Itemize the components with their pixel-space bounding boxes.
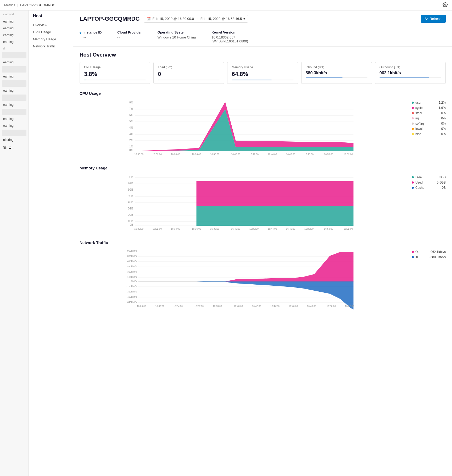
outbound-value: 962.1kbit/s <box>380 71 441 75</box>
legend-item-used: Used 5.5GB <box>412 181 446 184</box>
nav-item-cpu[interactable]: CPU Usage <box>29 29 73 36</box>
legend-item-irq: irq 0% <box>412 117 446 120</box>
memory-chart-section: Memory Usage 8GB 7GB 6GB 5GB 4GB 3GB 2GB <box>80 166 446 232</box>
svg-text:16:34:00: 16:34:00 <box>171 228 180 230</box>
sidebar: eviewed earning earning earning earning … <box>0 10 29 476</box>
date-to: Feb 15, 2020 @ 16:53:46.5 <box>200 17 242 21</box>
collapse-icon[interactable]: ▾ <box>80 31 81 35</box>
svg-text:16:40:00: 16:40:00 <box>231 228 240 230</box>
legend-dot-user <box>412 102 414 104</box>
legend-label-in: In <box>415 255 428 259</box>
cpu-usage-bar <box>84 80 146 80</box>
sidebar-item-2[interactable]: earning <box>0 32 29 38</box>
svg-text:16:46:00: 16:46:00 <box>286 228 295 230</box>
nav-item-overview[interactable]: Overview <box>29 21 73 29</box>
page-title: LAPTOP-GGCQMRDC <box>80 15 139 22</box>
legend-item-free: Free 3GB <box>412 175 446 179</box>
chevron-down-icon: ▾ <box>243 17 245 21</box>
kernel-value: 10.0.18362.657(WinBuild.160101.0800) <box>211 35 248 43</box>
svg-text:-480kbit/s: -480kbit/s <box>126 296 137 298</box>
svg-text:16:48:00: 16:48:00 <box>304 153 314 156</box>
svg-text:16:44:00: 16:44:00 <box>268 153 277 156</box>
load-value: 0 <box>158 71 220 78</box>
sidebar-item-4[interactable]: d <box>0 45 29 52</box>
metric-cards: CPU Usage 3.8% Load (5m) 0 Memory Usage … <box>80 62 446 84</box>
separator: | <box>17 3 18 7</box>
os-label: Operating System <box>158 30 196 34</box>
legend-item-cache: Cache 0B <box>412 186 446 190</box>
legend-dot-free <box>412 176 414 178</box>
date-range-picker[interactable]: 📅 Feb 15, 2020 @ 16:30:00.0 → Feb 15, 20… <box>144 15 248 23</box>
svg-text:16:30:00: 16:30:00 <box>134 153 143 156</box>
sidebar-item-1[interactable]: earning <box>0 25 29 32</box>
outbound-bar-fill <box>380 78 429 78</box>
sidebar-item-5[interactable]: earning <box>0 59 29 66</box>
svg-text:16:52:00: 16:52:00 <box>344 228 353 230</box>
sidebar-bar-5 <box>2 130 26 136</box>
sidebar-item-3[interactable]: earning <box>0 38 29 45</box>
legend-value-used: 5.5GB <box>437 181 446 184</box>
nav-panel-title: Host <box>29 14 73 21</box>
svg-text:0%: 0% <box>129 149 133 152</box>
svg-text:8GB: 8GB <box>128 176 133 179</box>
sidebar-item-10[interactable]: earning <box>0 122 29 129</box>
legend-value-in: -580.3kbit/s <box>429 255 446 259</box>
sidebar-icon-3[interactable]: : <box>13 146 14 150</box>
inbound-bar-fill <box>306 78 343 78</box>
legend-label-cache: Cache <box>415 186 440 190</box>
sidebar-item-7[interactable]: earning <box>0 87 29 94</box>
legend-label-steal: steal <box>415 111 440 115</box>
sidebar-item-6[interactable]: earning <box>0 73 29 80</box>
memory-chart-legend: Free 3GB Used 5.5GB Cache 0B <box>412 173 446 232</box>
inbound-bar <box>306 78 367 78</box>
svg-text:640kbit/s: 640kbit/s <box>127 260 137 263</box>
legend-value-cache: 0B <box>442 186 446 190</box>
instance-id-value: -- <box>83 35 102 39</box>
network-chart-section: Network Traffic 960kbit/s 800kbit/s 640k… <box>80 240 446 314</box>
svg-text:16:50:00: 16:50:00 <box>324 228 333 230</box>
cpu-usage-label: CPU Usage <box>84 65 146 69</box>
nav-item-network[interactable]: Network Traffic <box>29 43 73 50</box>
recently-viewed-label: eviewed <box>0 10 29 18</box>
sidebar-icon-2[interactable]: ⚙ <box>8 146 12 150</box>
svg-text:16:38:00: 16:38:00 <box>213 305 222 307</box>
cpu-usage-value: 3.8% <box>84 71 146 78</box>
svg-text:3%: 3% <box>129 132 133 135</box>
svg-point-0 <box>445 4 446 5</box>
legend-label-irq: irq <box>415 117 440 120</box>
svg-text:16:40:00: 16:40:00 <box>234 305 243 307</box>
svg-text:4%: 4% <box>129 126 133 129</box>
outbound-bar <box>380 78 441 78</box>
sidebar-bar-1 <box>2 66 26 73</box>
legend-item-out: Out 962.1kbit/s <box>412 250 446 254</box>
svg-text:800kbit/s: 800kbit/s <box>127 255 137 257</box>
refresh-button[interactable]: ↻ Refresh <box>421 15 446 23</box>
svg-marker-88 <box>138 281 354 309</box>
svg-marker-51 <box>197 206 354 226</box>
legend-label-used: Used <box>415 181 435 184</box>
legend-value-free: 3GB <box>439 175 446 179</box>
memory-chart-area: 8GB 7GB 6GB 5GB 4GB 3GB 2GB 1GB 0B <box>80 173 408 232</box>
svg-text:16:50:00: 16:50:00 <box>327 305 336 307</box>
svg-text:6%: 6% <box>129 114 133 117</box>
svg-text:16:44:00: 16:44:00 <box>268 228 277 230</box>
cpu-usage-bar-fill <box>84 80 86 80</box>
svg-text:3GB: 3GB <box>128 207 133 210</box>
sidebar-bar-4 <box>2 109 26 115</box>
memory-chart-title: Memory Usage <box>80 166 446 170</box>
sidebar-item-9[interactable]: earning <box>0 115 29 122</box>
refresh-label: Refresh <box>429 17 442 21</box>
legend-label-softirq: softirq <box>415 122 440 125</box>
sidebar-item-8[interactable]: earning <box>0 101 29 108</box>
nav-item-memory[interactable]: Memory Usage <box>29 36 73 43</box>
svg-text:16:46:00: 16:46:00 <box>286 153 295 156</box>
metrics-label: Metrics <box>4 3 15 7</box>
svg-text:2%: 2% <box>129 139 133 142</box>
settings-icon[interactable] <box>443 2 448 8</box>
cloud-provider-value: -- <box>117 35 142 39</box>
sidebar-icon-1[interactable]: 简 <box>3 145 7 150</box>
memory-usage-bar <box>232 80 293 80</box>
overview-title: Host Overview <box>80 52 446 58</box>
sidebar-item-0[interactable]: earning <box>0 18 29 25</box>
legend-dot-softirq <box>412 123 414 125</box>
